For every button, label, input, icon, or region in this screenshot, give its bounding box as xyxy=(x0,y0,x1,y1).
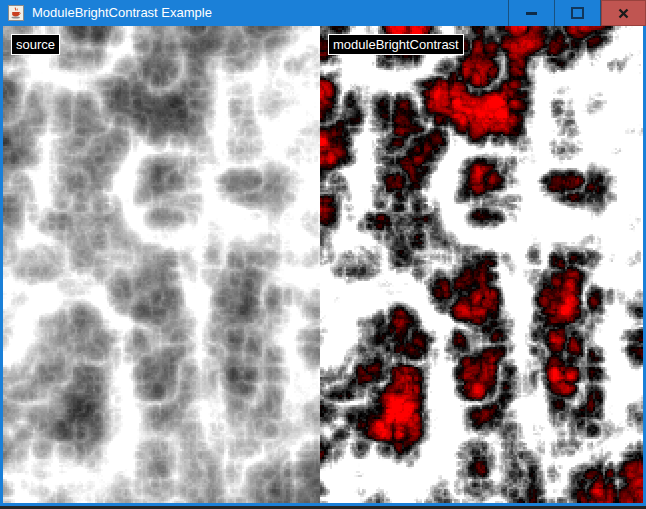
processed-panel: moduleBrightContrast xyxy=(320,26,643,503)
source-panel: source xyxy=(3,26,320,503)
java-coffee-cup-icon[interactable] xyxy=(8,5,24,21)
image-panels: source moduleBrightContrast xyxy=(0,26,646,506)
titlebar[interactable]: ModuleBrightContrast Example xyxy=(0,0,646,26)
minimize-icon xyxy=(526,12,537,15)
minimize-button[interactable] xyxy=(508,0,554,26)
close-button[interactable] xyxy=(600,0,646,26)
maximize-icon xyxy=(571,7,584,19)
processed-image xyxy=(320,26,643,503)
window-title: ModuleBrightContrast Example xyxy=(32,0,508,26)
java-coffee-cup-glyph xyxy=(10,7,22,19)
window-controls xyxy=(508,0,646,26)
maximize-button[interactable] xyxy=(554,0,600,26)
processed-label: moduleBrightContrast xyxy=(328,34,464,55)
source-image xyxy=(3,26,320,503)
app-window: ModuleBrightContrast Example source modu… xyxy=(0,0,646,509)
source-label: source xyxy=(11,34,60,55)
close-icon xyxy=(618,8,629,19)
